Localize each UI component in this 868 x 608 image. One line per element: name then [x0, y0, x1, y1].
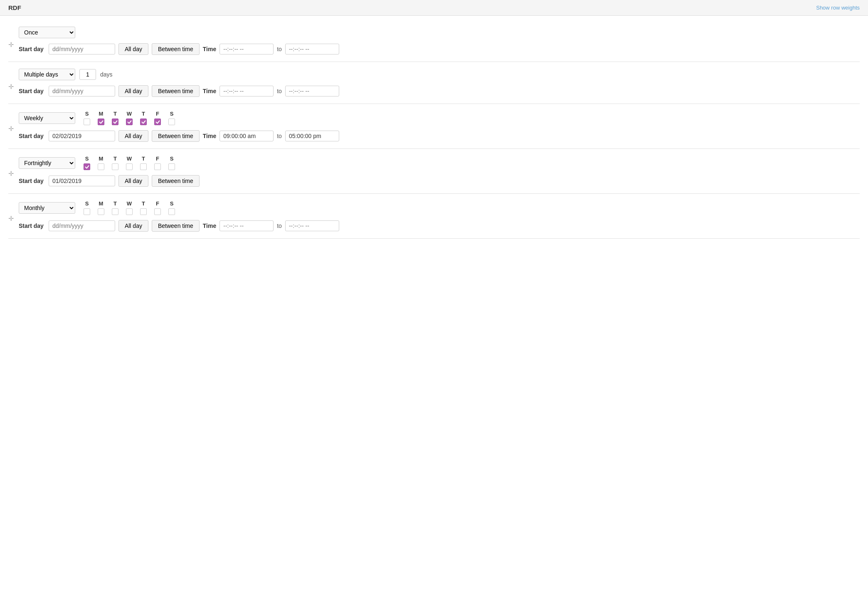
- time-from-input-multiple-days[interactable]: [219, 86, 274, 96]
- drag-handle[interactable]: ✛: [8, 40, 19, 49]
- show-row-weights-link[interactable]: Show row weights: [816, 5, 860, 11]
- schedule-bottom-row: Start dayAll dayBetween time: [19, 175, 860, 187]
- schedule-row-fortnightly: ✛OnceMultiple daysWeeklyFortnightlyMonth…: [8, 149, 860, 194]
- day-column-6: S: [168, 156, 175, 170]
- frequency-select-weekly[interactable]: OnceMultiple daysWeeklyFortnightlyMonthl…: [19, 112, 75, 124]
- between-time-button-once[interactable]: Between time: [152, 43, 200, 55]
- day-checkbox-checked-2[interactable]: [112, 119, 118, 125]
- day-checkbox-unchecked-5[interactable]: [154, 163, 161, 170]
- drag-handle[interactable]: ✛: [8, 124, 19, 133]
- schedule-bottom-row: Start dayAll dayBetween timeTimeto: [19, 220, 860, 232]
- day-column-0: S: [84, 200, 90, 215]
- day-column-0: S: [84, 156, 90, 170]
- start-day-input-weekly[interactable]: [49, 131, 115, 141]
- schedule-top-row: OnceMultiple daysWeeklyFortnightlyMonthl…: [19, 111, 860, 125]
- between-time-button-monthly[interactable]: Between time: [152, 220, 200, 232]
- days-label: days: [100, 71, 113, 78]
- time-label: Time: [203, 88, 216, 94]
- main-content: ✛OnceMultiple daysWeeklyFortnightlyMonth…: [0, 16, 868, 243]
- all-day-button-monthly[interactable]: All day: [118, 220, 148, 232]
- day-checkbox-checked-5[interactable]: [154, 119, 161, 125]
- start-day-input-fortnightly[interactable]: [49, 175, 115, 186]
- days-of-week: SMTWTFS: [84, 200, 175, 215]
- day-checkbox-unchecked-2[interactable]: [112, 163, 118, 170]
- to-label: to: [277, 222, 282, 229]
- schedule-bottom-row: Start dayAll dayBetween timeTimeto: [19, 43, 860, 55]
- time-from-input-once[interactable]: [219, 44, 274, 54]
- schedule-row-monthly: ✛OnceMultiple daysWeeklyFortnightlyMonth…: [8, 194, 860, 239]
- day-checkbox-unchecked-1[interactable]: [98, 208, 104, 215]
- day-header: F: [156, 156, 159, 162]
- day-header: M: [99, 156, 104, 162]
- schedule-row-multiple-days: ✛OnceMultiple daysWeeklyFortnightlyMonth…: [8, 62, 860, 104]
- day-checkbox-unchecked-3[interactable]: [126, 208, 133, 215]
- day-column-1: M: [98, 156, 104, 170]
- all-day-button-once[interactable]: All day: [118, 43, 148, 55]
- day-column-4: T: [140, 156, 147, 170]
- day-header: W: [127, 111, 132, 117]
- time-to-input-multiple-days[interactable]: [285, 86, 339, 96]
- days-count-input[interactable]: [79, 69, 96, 80]
- day-checkbox-checked-0[interactable]: [84, 163, 90, 170]
- day-checkbox-unchecked-4[interactable]: [140, 163, 147, 170]
- day-checkbox-unchecked-3[interactable]: [126, 163, 133, 170]
- schedule-top-row: OnceMultiple daysWeeklyFortnightlyMonthl…: [19, 200, 860, 215]
- between-time-button-weekly[interactable]: Between time: [152, 130, 200, 142]
- between-time-button-fortnightly[interactable]: Between time: [152, 175, 200, 187]
- day-checkbox-checked-3[interactable]: [126, 119, 133, 125]
- drag-handle[interactable]: ✛: [8, 169, 19, 178]
- time-to-input-monthly[interactable]: [285, 220, 339, 231]
- to-label: to: [277, 88, 282, 94]
- day-checkbox-unchecked-6[interactable]: [168, 163, 175, 170]
- to-label: to: [277, 46, 282, 52]
- all-day-button-fortnightly[interactable]: All day: [118, 175, 148, 187]
- day-column-6: S: [168, 111, 175, 125]
- frequency-select-multiple-days[interactable]: OnceMultiple daysWeeklyFortnightlyMonthl…: [19, 69, 75, 80]
- drag-handle[interactable]: ✛: [8, 82, 19, 91]
- between-time-button-multiple-days[interactable]: Between time: [152, 85, 200, 97]
- start-day-input-multiple-days[interactable]: [49, 86, 115, 96]
- day-header: F: [156, 200, 159, 207]
- all-day-button-multiple-days[interactable]: All day: [118, 85, 148, 97]
- start-day-label: Start day: [19, 46, 44, 52]
- time-label: Time: [203, 133, 216, 139]
- schedule-content-once: OnceMultiple daysWeeklyFortnightlyMonthl…: [19, 27, 860, 55]
- start-day-label: Start day: [19, 133, 44, 139]
- day-header: S: [170, 200, 174, 207]
- frequency-select-once[interactable]: OnceMultiple daysWeeklyFortnightlyMonthl…: [19, 27, 75, 38]
- start-day-input-once[interactable]: [49, 44, 115, 54]
- day-column-3: W: [126, 156, 133, 170]
- schedule-top-row: OnceMultiple daysWeeklyFortnightlyMonthl…: [19, 69, 860, 80]
- day-checkbox-unchecked-0[interactable]: [84, 119, 90, 125]
- day-checkbox-unchecked-0[interactable]: [84, 208, 90, 215]
- all-day-button-weekly[interactable]: All day: [118, 130, 148, 142]
- day-checkbox-unchecked-2[interactable]: [112, 208, 118, 215]
- day-header: M: [99, 111, 104, 117]
- time-from-input-weekly[interactable]: [219, 131, 274, 141]
- day-checkbox-unchecked-5[interactable]: [154, 208, 161, 215]
- time-to-input-weekly[interactable]: [285, 131, 339, 141]
- page-header: RDF Show row weights: [0, 0, 868, 16]
- drag-handle[interactable]: ✛: [8, 214, 19, 222]
- time-to-input-once[interactable]: [285, 44, 339, 54]
- day-checkbox-unchecked-1[interactable]: [98, 163, 104, 170]
- day-column-5: F: [154, 111, 161, 125]
- day-column-2: T: [112, 111, 118, 125]
- day-column-1: M: [98, 200, 104, 215]
- start-day-label: Start day: [19, 88, 44, 94]
- to-label: to: [277, 133, 282, 139]
- start-day-input-monthly[interactable]: [49, 220, 115, 231]
- day-checkbox-checked-1[interactable]: [98, 119, 104, 125]
- day-header: T: [142, 156, 145, 162]
- day-checkbox-unchecked-6[interactable]: [168, 119, 175, 125]
- day-checkbox-unchecked-4[interactable]: [140, 208, 147, 215]
- frequency-select-fortnightly[interactable]: OnceMultiple daysWeeklyFortnightlyMonthl…: [19, 157, 75, 169]
- schedule-row-weekly: ✛OnceMultiple daysWeeklyFortnightlyMonth…: [8, 104, 860, 149]
- day-checkbox-checked-4[interactable]: [140, 119, 147, 125]
- page-title: RDF: [8, 4, 21, 11]
- frequency-select-monthly[interactable]: OnceMultiple daysWeeklyFortnightlyMonthl…: [19, 202, 75, 214]
- time-from-input-monthly[interactable]: [219, 220, 274, 231]
- day-header: T: [142, 111, 145, 117]
- days-of-week: SMTWTFS: [84, 111, 175, 125]
- day-checkbox-unchecked-6[interactable]: [168, 208, 175, 215]
